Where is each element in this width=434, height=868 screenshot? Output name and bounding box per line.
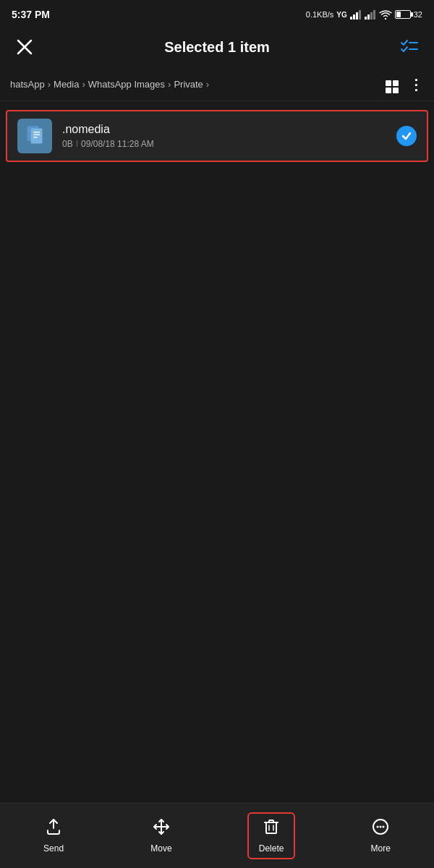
breadcrumb-whatsapp[interactable]: hatsApp	[10, 79, 45, 90]
send-label: Send	[43, 843, 64, 854]
battery-icon	[395, 10, 411, 19]
file-selected-indicator	[396, 126, 417, 146]
svg-rect-6	[370, 12, 373, 20]
move-icon	[153, 818, 170, 840]
battery-level: 32	[414, 10, 422, 19]
delete-icon	[263, 818, 280, 840]
close-button[interactable]	[12, 34, 38, 60]
svg-rect-5	[367, 14, 370, 20]
network-speed: 0.1KB/s	[306, 10, 334, 19]
file-icon-wrap	[17, 119, 52, 153]
svg-rect-1	[353, 14, 355, 20]
breadcrumb-actions: ⋮	[386, 76, 424, 93]
breadcrumb-private[interactable]: Private	[174, 79, 203, 90]
file-size: 0B	[62, 139, 73, 149]
send-button[interactable]: Send	[32, 812, 75, 859]
grid-view-button[interactable]	[386, 76, 399, 93]
status-icons: 0.1KB/s YG 32	[306, 10, 422, 20]
more-button[interactable]: More	[359, 812, 402, 859]
svg-point-25	[380, 826, 382, 828]
file-item[interactable]: .nomedia 0B I 09/08/18 11:28 AM	[6, 110, 428, 162]
more-label: More	[371, 843, 391, 854]
svg-rect-4	[365, 17, 367, 20]
more-icon	[372, 818, 389, 840]
more-options-button[interactable]: ⋮	[409, 76, 424, 93]
wifi-icon	[379, 10, 392, 20]
bottom-toolbar: Send Move Delete	[0, 803, 434, 868]
file-date: 09/08/18 11:28 AM	[81, 139, 154, 149]
breadcrumb-images[interactable]: WhatsApp Images	[88, 79, 165, 90]
svg-point-24	[377, 826, 379, 828]
status-bar: 5:37 PM 0.1KB/s YG 32	[0, 0, 434, 26]
file-icon	[25, 126, 45, 146]
app-bar: Selected 1 item	[0, 26, 434, 68]
file-info: .nomedia 0B I 09/08/18 11:28 AM	[62, 123, 396, 149]
send-icon	[45, 818, 62, 840]
status-time: 5:37 PM	[12, 9, 50, 20]
move-button[interactable]: Move	[139, 812, 183, 859]
file-list: .nomedia 0B I 09/08/18 11:28 AM	[0, 101, 434, 171]
file-name: .nomedia	[62, 123, 396, 136]
delete-label: Delete	[259, 843, 284, 854]
svg-rect-13	[31, 129, 43, 144]
breadcrumb-media[interactable]: Media	[54, 79, 79, 90]
signal2-icon	[365, 10, 376, 20]
svg-rect-3	[359, 10, 361, 20]
file-meta: 0B I 09/08/18 11:28 AM	[62, 139, 396, 149]
svg-rect-7	[373, 10, 375, 20]
svg-point-26	[383, 826, 385, 828]
delete-button[interactable]: Delete	[247, 812, 296, 859]
breadcrumb-bar: hatsApp › Media › WhatsApp Images › Priv…	[0, 68, 434, 101]
move-label: Move	[150, 843, 171, 854]
svg-rect-2	[356, 12, 358, 20]
network-type-icon: YG	[336, 11, 346, 19]
breadcrumb-path: hatsApp › Media › WhatsApp Images › Priv…	[10, 79, 386, 90]
svg-rect-0	[350, 17, 352, 20]
signal-icon	[350, 10, 362, 20]
svg-rect-19	[266, 822, 276, 833]
select-all-button[interactable]	[396, 34, 422, 60]
app-bar-title: Selected 1 item	[38, 39, 396, 56]
